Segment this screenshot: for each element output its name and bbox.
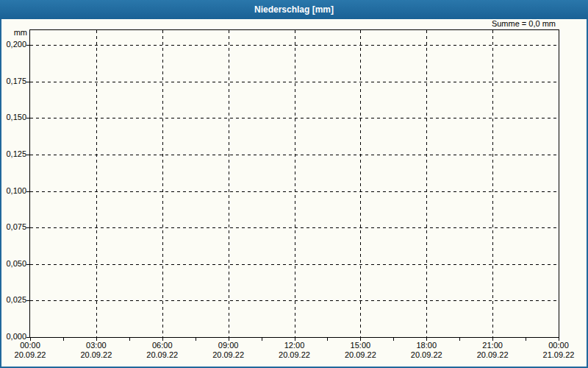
x-axis-time-label: 12:00 — [273, 341, 317, 350]
y-axis-tick — [26, 118, 29, 118]
x-axis-time-label: 00:00 — [8, 341, 52, 350]
y-axis-tick-label: 0,050 — [0, 259, 26, 269]
x-axis-tick — [492, 338, 493, 341]
x-axis-time-label: 18:00 — [404, 341, 448, 350]
x-gridline — [229, 30, 229, 337]
x-axis-date-label: 20.09.22 — [207, 350, 251, 360]
x-gridline — [295, 30, 295, 337]
x-axis-time-label: 15:00 — [338, 341, 382, 350]
x-axis-tick — [63, 338, 64, 341]
chart-window: Niederschlag [mm] Summe = 0,0 mm mm 0,20… — [0, 0, 588, 368]
x-gridline — [96, 30, 97, 337]
chart-title: Niederschlag [mm] — [0, 0, 588, 19]
x-axis-tick — [459, 338, 460, 341]
x-axis-time-label: 03:00 — [74, 341, 118, 350]
x-axis-tick — [559, 338, 559, 341]
y-axis-tick-label: 0,125 — [0, 149, 26, 159]
x-axis-date-label: 20.09.22 — [338, 350, 382, 360]
plot-area — [29, 29, 559, 338]
x-axis-time-label: 21:00 — [470, 341, 514, 350]
y-axis-tick-label: 0,025 — [0, 295, 26, 305]
x-axis-tick — [196, 338, 196, 341]
y-axis-tick-label: 0,075 — [0, 222, 26, 232]
x-axis-tick — [162, 338, 163, 341]
x-axis-time-label: 06:00 — [140, 341, 184, 350]
x-axis-date-label: 20.09.22 — [74, 350, 118, 360]
x-axis-time-label: 00:00 — [537, 341, 581, 350]
x-gridline — [360, 30, 361, 337]
y-axis-tick — [26, 264, 29, 265]
x-axis-tick — [393, 338, 394, 341]
x-axis-date-label: 21.09.22 — [537, 350, 581, 360]
x-axis-date-label: 20.09.22 — [404, 350, 448, 360]
x-axis-tick — [360, 338, 361, 341]
x-axis-date-label: 20.09.22 — [140, 350, 184, 360]
x-axis-tick — [129, 338, 130, 341]
x-gridline — [492, 30, 493, 337]
y-axis-tick-label: 0,100 — [0, 186, 26, 196]
x-gridline — [426, 30, 427, 337]
y-axis-tick — [26, 45, 29, 46]
x-axis-tick — [295, 338, 295, 341]
x-axis-tick — [426, 338, 427, 341]
y-axis-tick-label: 0,150 — [0, 113, 26, 122]
y-axis-tick — [26, 191, 29, 192]
title-bar: Niederschlag [mm] — [0, 0, 588, 19]
x-axis-tick — [96, 338, 97, 341]
y-axis-tick — [26, 82, 29, 82]
x-axis-tick — [327, 338, 328, 341]
x-axis-date-label: 20.09.22 — [273, 350, 317, 360]
y-axis-tick-label: 0,200 — [0, 40, 26, 49]
y-axis-unit-label: mm — [0, 28, 27, 37]
y-axis-tick — [26, 337, 29, 338]
y-axis-tick — [26, 155, 29, 155]
x-axis-date-label: 20.09.22 — [8, 350, 52, 360]
x-axis-tick — [30, 338, 31, 341]
x-axis-date-label: 20.09.22 — [470, 350, 514, 360]
x-axis-tick — [526, 338, 526, 341]
y-axis-tick — [26, 227, 29, 228]
y-axis-tick — [26, 300, 29, 301]
x-axis-tick — [262, 338, 262, 341]
x-gridline — [162, 30, 163, 337]
y-axis-tick-label: 0,175 — [0, 77, 26, 86]
summary-label: Summe = 0,0 mm — [492, 19, 556, 29]
x-axis-time-label: 09:00 — [207, 341, 251, 350]
x-axis-tick — [229, 338, 229, 341]
